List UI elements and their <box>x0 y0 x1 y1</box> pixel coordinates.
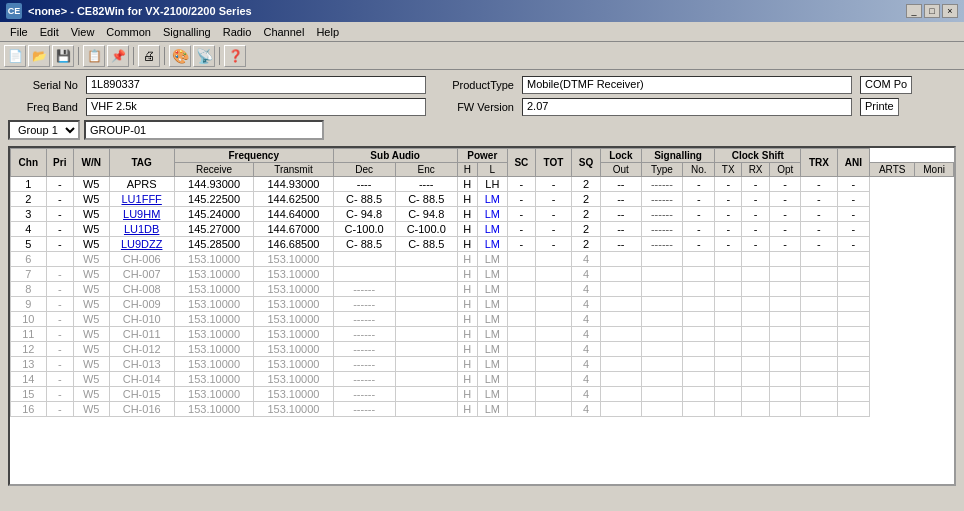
paste-button[interactable]: 📌 <box>107 45 129 67</box>
table-cell[interactable] <box>770 327 801 342</box>
table-cell[interactable]: C- 88.5 <box>333 237 395 252</box>
table-cell[interactable]: 153.10000 <box>254 267 333 282</box>
table-cell[interactable]: 153.10000 <box>254 282 333 297</box>
table-cell[interactable] <box>641 267 682 282</box>
table-cell[interactable]: 7 <box>11 267 47 282</box>
table-cell[interactable]: ------ <box>333 297 395 312</box>
table-cell[interactable] <box>770 252 801 267</box>
table-cell[interactable]: 4 <box>572 327 601 342</box>
table-cell[interactable]: ------ <box>641 207 682 222</box>
table-cell[interactable]: W5 <box>73 237 109 252</box>
table-cell[interactable]: 15 <box>11 387 47 402</box>
menu-help[interactable]: Help <box>310 24 345 40</box>
table-cell[interactable]: CH-012 <box>109 342 174 357</box>
table-cell[interactable]: 153.10000 <box>254 387 333 402</box>
table-cell[interactable]: - <box>46 222 73 237</box>
table-cell[interactable]: APRS <box>109 177 174 192</box>
table-cell[interactable] <box>395 357 457 372</box>
table-cell[interactable] <box>395 387 457 402</box>
table-cell[interactable] <box>683 312 715 327</box>
table-cell[interactable] <box>742 252 770 267</box>
table-cell[interactable] <box>46 252 73 267</box>
table-cell[interactable] <box>801 387 837 402</box>
table-cell[interactable]: CH-016 <box>109 402 174 417</box>
table-cell[interactable]: - <box>742 177 770 192</box>
table-cell[interactable]: W5 <box>73 372 109 387</box>
table-cell[interactable] <box>600 297 641 312</box>
table-cell[interactable]: 1 <box>11 177 47 192</box>
table-cell[interactable] <box>742 312 770 327</box>
table-cell[interactable] <box>715 372 742 387</box>
table-cell[interactable]: 9 <box>11 297 47 312</box>
freq-band-value[interactable]: VHF 2.5k <box>86 98 426 116</box>
table-cell[interactable]: 4 <box>572 252 601 267</box>
table-cell[interactable] <box>801 297 837 312</box>
table-cell[interactable]: 2 <box>572 207 601 222</box>
table-row[interactable]: 4-W5LU1DB145.27000144.67000C-100.0C-100.… <box>11 222 954 237</box>
table-cell[interactable]: 153.10000 <box>174 387 253 402</box>
table-cell[interactable]: 145.28500 <box>174 237 253 252</box>
table-cell[interactable]: - <box>801 192 837 207</box>
table-cell[interactable]: LM <box>477 387 507 402</box>
table-cell[interactable] <box>770 312 801 327</box>
printer-value[interactable]: Printe <box>860 98 899 116</box>
table-cell[interactable]: - <box>715 222 742 237</box>
table-cell[interactable]: C- 88.5 <box>333 192 395 207</box>
table-cell[interactable]: W5 <box>73 312 109 327</box>
table-cell[interactable] <box>715 327 742 342</box>
table-cell[interactable] <box>641 357 682 372</box>
table-cell[interactable]: - <box>715 237 742 252</box>
table-row[interactable]: 5-W5LU9DZZ145.28500146.68500C- 88.5C- 88… <box>11 237 954 252</box>
table-cell[interactable] <box>801 357 837 372</box>
close-button[interactable]: × <box>942 4 958 18</box>
table-cell[interactable] <box>600 312 641 327</box>
table-cell[interactable] <box>715 297 742 312</box>
table-cell[interactable]: 4 <box>11 222 47 237</box>
table-cell[interactable]: - <box>46 387 73 402</box>
table-cell[interactable]: - <box>507 222 535 237</box>
table-cell[interactable]: W5 <box>73 222 109 237</box>
table-cell[interactable]: H <box>457 342 477 357</box>
table-cell[interactable]: 4 <box>572 297 601 312</box>
table-cell[interactable]: 144.62500 <box>254 192 333 207</box>
table-cell[interactable]: W5 <box>73 327 109 342</box>
table-cell[interactable]: CH-009 <box>109 297 174 312</box>
table-cell[interactable]: 153.10000 <box>254 252 333 267</box>
table-cell[interactable]: - <box>715 207 742 222</box>
table-cell[interactable] <box>715 282 742 297</box>
table-cell[interactable]: 153.10000 <box>174 267 253 282</box>
table-cell[interactable] <box>837 282 870 297</box>
table-cell[interactable]: 153.10000 <box>174 327 253 342</box>
table-row[interactable]: 16-W5CH-016153.10000153.10000------HLM4 <box>11 402 954 417</box>
table-cell[interactable] <box>395 372 457 387</box>
table-cell[interactable] <box>600 402 641 417</box>
table-cell[interactable]: 153.10000 <box>174 312 253 327</box>
table-cell[interactable] <box>600 342 641 357</box>
table-cell[interactable]: 2 <box>572 192 601 207</box>
table-cell[interactable]: 153.10000 <box>174 402 253 417</box>
table-cell[interactable]: - <box>46 207 73 222</box>
table-cell[interactable]: 3 <box>11 207 47 222</box>
table-cell[interactable] <box>535 402 571 417</box>
table-cell[interactable]: ---- <box>395 177 457 192</box>
menu-edit[interactable]: Edit <box>34 24 65 40</box>
table-cell[interactable]: 13 <box>11 357 47 372</box>
table-cell[interactable] <box>742 267 770 282</box>
table-cell[interactable] <box>715 342 742 357</box>
table-cell[interactable]: 4 <box>572 402 601 417</box>
table-cell[interactable]: 153.10000 <box>254 357 333 372</box>
table-cell[interactable] <box>715 387 742 402</box>
table-cell[interactable] <box>507 357 535 372</box>
table-cell[interactable]: 5 <box>11 237 47 252</box>
menu-channel[interactable]: Channel <box>257 24 310 40</box>
table-cell[interactable]: - <box>46 402 73 417</box>
table-cell[interactable]: 153.10000 <box>174 342 253 357</box>
table-cell[interactable]: - <box>535 177 571 192</box>
table-cell[interactable]: - <box>46 312 73 327</box>
table-cell[interactable]: 153.10000 <box>254 297 333 312</box>
table-cell[interactable]: 153.10000 <box>174 252 253 267</box>
table-cell[interactable] <box>837 267 870 282</box>
table-cell[interactable]: LU1FFF <box>109 192 174 207</box>
table-cell[interactable]: LM <box>477 357 507 372</box>
table-cell[interactable] <box>837 387 870 402</box>
